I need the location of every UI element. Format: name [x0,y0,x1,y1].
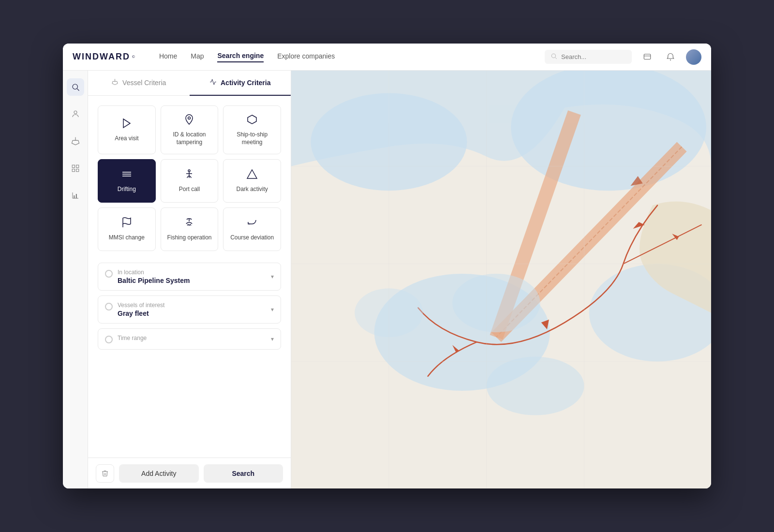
sidebar-item-person[interactable] [67,105,84,123]
filter-time-label: Time range [118,335,147,341]
user-avatar[interactable] [686,49,701,65]
activity-grid: Area visit ID & location tampering [98,105,281,251]
filter-vessels-chevron: ▾ [271,306,274,313]
filter-time: Time range ▾ [98,328,281,350]
svg-rect-10 [76,165,78,167]
ship-to-ship-label: Ship-to-ship meeting [229,131,275,146]
id-location-tampering-label: ID & location tampering [167,131,212,146]
vessel-criteria-label: Vessel Criteria [122,79,166,87]
svg-point-5 [73,84,78,89]
vessel-tab-icon [111,78,119,87]
global-search-input[interactable] [561,53,626,60]
filter-vessels-radio[interactable] [105,303,113,310]
filter-vessels: Vessels of interest Gray fleet ▾ [98,296,281,324]
activity-card-ship-to-ship[interactable]: Ship-to-ship meeting [223,105,281,154]
svg-line-1 [555,58,557,59]
search-panel: Vessel Criteria Activity Criteria [88,71,291,488]
svg-marker-20 [248,115,256,124]
svg-rect-12 [76,169,78,172]
activity-tab-icon [209,78,217,87]
sidebar-item-ship[interactable] [67,133,84,150]
fishing-operation-icon [183,217,195,230]
activity-criteria-label: Activity Criteria [221,79,270,87]
notifications-icon[interactable] [663,49,678,65]
dark-activity-icon [246,168,258,182]
search-icon [551,53,557,61]
mmsi-change-icon [121,217,133,230]
global-search-box[interactable] [545,50,632,64]
mmsi-change-label: MMSI change [109,234,145,242]
action-bar: Add Activity Search [88,458,291,488]
activity-card-drifting[interactable]: Drifting [98,159,156,203]
nav-explore-companies[interactable]: Explore companies [277,52,335,62]
top-nav: WINDWARD © Home Map Search engine Explor… [63,44,711,71]
svg-marker-26 [247,170,257,178]
tab-activity-criteria[interactable]: Activity Criteria [190,71,291,96]
activity-card-course-deviation[interactable]: Course deviation [223,207,281,251]
filter-location-value: Baltic Pipeline System [118,277,190,284]
svg-point-19 [188,117,191,119]
filter-location: In location Baltic Pipeline System ▾ [98,263,281,291]
filter-location-header[interactable]: In location Baltic Pipeline System ▾ [98,263,281,290]
filter-time-labels: Time range [118,335,147,341]
svg-rect-11 [72,169,74,172]
filter-location-left: In location Baltic Pipeline System [105,269,190,284]
map-svg [291,71,711,488]
drifting-label: Drifting [118,186,136,193]
filter-location-labels: In location Baltic Pipeline System [118,269,190,284]
delete-button[interactable] [96,464,114,483]
drifting-icon [121,168,133,182]
panel-body: Area visit ID & location tampering [88,96,291,458]
svg-line-6 [77,89,79,90]
app-logo: WINDWARD © [73,52,136,62]
filter-vessels-label: Vessels of interest [118,302,164,309]
panel-tabs: Vessel Criteria Activity Criteria [88,71,291,96]
nav-search-engine[interactable]: Search engine [217,52,264,62]
nav-right [545,49,701,65]
messages-icon[interactable] [640,49,655,65]
svg-point-7 [74,111,77,114]
add-activity-button[interactable]: Add Activity [119,464,199,483]
filter-location-chevron: ▾ [271,273,274,280]
course-deviation-label: Course deviation [230,234,274,242]
activity-card-fishing-operation[interactable]: Fishing operation [161,207,219,251]
port-call-label: Port call [179,186,200,193]
filter-location-radio[interactable] [105,270,113,278]
sidebar-item-search[interactable] [67,78,84,96]
course-deviation-icon [246,217,258,230]
svg-marker-18 [123,119,130,128]
browser-window: WINDWARD © Home Map Search engine Explor… [63,44,711,488]
svg-point-24 [188,170,190,172]
area-visit-icon [121,118,133,131]
svg-rect-2 [644,54,651,59]
ship-to-ship-icon [246,114,258,127]
map-area [291,71,711,488]
activity-card-dark-activity[interactable]: Dark activity [223,159,281,203]
filter-time-header[interactable]: Time range ▾ [98,329,281,349]
svg-point-33 [487,356,584,415]
activity-card-port-call[interactable]: Port call [161,159,219,203]
nav-links: Home Map Search engine Explore companies [159,52,529,62]
search-button[interactable]: Search [204,464,283,483]
filter-vessels-header[interactable]: Vessels of interest Gray fleet ▾ [98,296,281,323]
main-content: Vessel Criteria Activity Criteria [63,71,711,488]
nav-home[interactable]: Home [159,52,177,62]
filter-time-radio[interactable] [105,336,113,343]
fishing-operation-label: Fishing operation [167,234,211,242]
filter-time-left: Time range [105,335,147,343]
port-call-icon [183,168,195,182]
filter-vessels-labels: Vessels of interest Gray fleet [118,302,164,317]
svg-point-41 [452,274,540,332]
activity-card-mmsi-change[interactable]: MMSI change [98,207,156,251]
activity-card-id-location-tampering[interactable]: ID & location tampering [161,105,219,154]
tab-vessel-criteria[interactable]: Vessel Criteria [88,71,190,96]
sidebar-item-grid[interactable] [67,160,84,177]
activity-card-area-visit[interactable]: Area visit [98,105,156,154]
logo-text: WINDWARD [73,52,130,62]
svg-rect-15 [74,195,74,198]
nav-map[interactable]: Map [191,52,204,62]
filter-vessels-value: Gray fleet [118,310,164,317]
svg-rect-16 [75,194,76,198]
id-location-tampering-icon [183,114,195,127]
sidebar-item-chart[interactable] [67,187,84,204]
